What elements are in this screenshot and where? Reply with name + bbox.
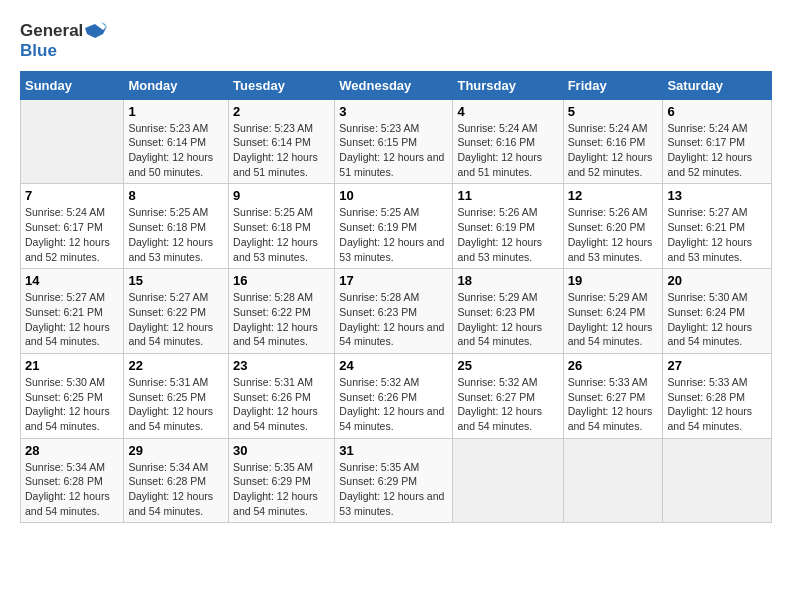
calendar-week-row: 14Sunrise: 5:27 AMSunset: 6:21 PMDayligh… bbox=[21, 269, 772, 354]
cell-date-number: 13 bbox=[667, 188, 767, 203]
cell-date-number: 4 bbox=[457, 104, 558, 119]
cell-sun-info: Sunrise: 5:27 AMSunset: 6:21 PMDaylight:… bbox=[25, 290, 119, 349]
calendar-week-row: 21Sunrise: 5:30 AMSunset: 6:25 PMDayligh… bbox=[21, 353, 772, 438]
cell-date-number: 20 bbox=[667, 273, 767, 288]
cell-sun-info: Sunrise: 5:29 AMSunset: 6:24 PMDaylight:… bbox=[568, 290, 659, 349]
cell-date-number: 26 bbox=[568, 358, 659, 373]
cell-sun-info: Sunrise: 5:24 AMSunset: 6:17 PMDaylight:… bbox=[667, 121, 767, 180]
cell-date-number: 18 bbox=[457, 273, 558, 288]
calendar-cell: 7Sunrise: 5:24 AMSunset: 6:17 PMDaylight… bbox=[21, 184, 124, 269]
cell-date-number: 3 bbox=[339, 104, 448, 119]
calendar-cell: 25Sunrise: 5:32 AMSunset: 6:27 PMDayligh… bbox=[453, 353, 563, 438]
calendar-day-header: Friday bbox=[563, 71, 663, 99]
cell-sun-info: Sunrise: 5:25 AMSunset: 6:18 PMDaylight:… bbox=[233, 205, 330, 264]
calendar-cell: 3Sunrise: 5:23 AMSunset: 6:15 PMDaylight… bbox=[335, 99, 453, 184]
cell-sun-info: Sunrise: 5:24 AMSunset: 6:16 PMDaylight:… bbox=[457, 121, 558, 180]
cell-date-number: 11 bbox=[457, 188, 558, 203]
cell-sun-info: Sunrise: 5:26 AMSunset: 6:19 PMDaylight:… bbox=[457, 205, 558, 264]
cell-date-number: 28 bbox=[25, 443, 119, 458]
calendar-cell: 12Sunrise: 5:26 AMSunset: 6:20 PMDayligh… bbox=[563, 184, 663, 269]
cell-sun-info: Sunrise: 5:28 AMSunset: 6:22 PMDaylight:… bbox=[233, 290, 330, 349]
calendar-week-row: 7Sunrise: 5:24 AMSunset: 6:17 PMDaylight… bbox=[21, 184, 772, 269]
cell-sun-info: Sunrise: 5:34 AMSunset: 6:28 PMDaylight:… bbox=[128, 460, 224, 519]
cell-sun-info: Sunrise: 5:23 AMSunset: 6:14 PMDaylight:… bbox=[233, 121, 330, 180]
cell-sun-info: Sunrise: 5:33 AMSunset: 6:27 PMDaylight:… bbox=[568, 375, 659, 434]
cell-date-number: 2 bbox=[233, 104, 330, 119]
logo-bird-icon bbox=[85, 20, 107, 42]
calendar-cell bbox=[453, 438, 563, 523]
calendar-cell: 20Sunrise: 5:30 AMSunset: 6:24 PMDayligh… bbox=[663, 269, 772, 354]
calendar-cell bbox=[21, 99, 124, 184]
calendar-cell: 15Sunrise: 5:27 AMSunset: 6:22 PMDayligh… bbox=[124, 269, 229, 354]
calendar-day-header: Sunday bbox=[21, 71, 124, 99]
cell-sun-info: Sunrise: 5:25 AMSunset: 6:19 PMDaylight:… bbox=[339, 205, 448, 264]
calendar-cell: 6Sunrise: 5:24 AMSunset: 6:17 PMDaylight… bbox=[663, 99, 772, 184]
cell-date-number: 16 bbox=[233, 273, 330, 288]
svg-marker-0 bbox=[85, 24, 107, 38]
calendar-cell: 9Sunrise: 5:25 AMSunset: 6:18 PMDaylight… bbox=[229, 184, 335, 269]
cell-sun-info: Sunrise: 5:28 AMSunset: 6:23 PMDaylight:… bbox=[339, 290, 448, 349]
cell-date-number: 23 bbox=[233, 358, 330, 373]
cell-date-number: 8 bbox=[128, 188, 224, 203]
cell-sun-info: Sunrise: 5:35 AMSunset: 6:29 PMDaylight:… bbox=[339, 460, 448, 519]
calendar-cell bbox=[563, 438, 663, 523]
cell-date-number: 29 bbox=[128, 443, 224, 458]
calendar-week-row: 1Sunrise: 5:23 AMSunset: 6:14 PMDaylight… bbox=[21, 99, 772, 184]
cell-sun-info: Sunrise: 5:27 AMSunset: 6:21 PMDaylight:… bbox=[667, 205, 767, 264]
calendar-day-header: Tuesday bbox=[229, 71, 335, 99]
cell-date-number: 17 bbox=[339, 273, 448, 288]
cell-date-number: 30 bbox=[233, 443, 330, 458]
calendar-table: SundayMondayTuesdayWednesdayThursdayFrid… bbox=[20, 71, 772, 524]
cell-sun-info: Sunrise: 5:26 AMSunset: 6:20 PMDaylight:… bbox=[568, 205, 659, 264]
cell-date-number: 14 bbox=[25, 273, 119, 288]
cell-date-number: 19 bbox=[568, 273, 659, 288]
cell-sun-info: Sunrise: 5:33 AMSunset: 6:28 PMDaylight:… bbox=[667, 375, 767, 434]
cell-sun-info: Sunrise: 5:23 AMSunset: 6:15 PMDaylight:… bbox=[339, 121, 448, 180]
calendar-cell: 26Sunrise: 5:33 AMSunset: 6:27 PMDayligh… bbox=[563, 353, 663, 438]
cell-date-number: 1 bbox=[128, 104, 224, 119]
calendar-cell: 17Sunrise: 5:28 AMSunset: 6:23 PMDayligh… bbox=[335, 269, 453, 354]
cell-sun-info: Sunrise: 5:31 AMSunset: 6:26 PMDaylight:… bbox=[233, 375, 330, 434]
cell-sun-info: Sunrise: 5:32 AMSunset: 6:27 PMDaylight:… bbox=[457, 375, 558, 434]
calendar-cell: 8Sunrise: 5:25 AMSunset: 6:18 PMDaylight… bbox=[124, 184, 229, 269]
cell-sun-info: Sunrise: 5:31 AMSunset: 6:25 PMDaylight:… bbox=[128, 375, 224, 434]
cell-date-number: 12 bbox=[568, 188, 659, 203]
calendar-day-header: Thursday bbox=[453, 71, 563, 99]
calendar-cell: 24Sunrise: 5:32 AMSunset: 6:26 PMDayligh… bbox=[335, 353, 453, 438]
calendar-cell: 4Sunrise: 5:24 AMSunset: 6:16 PMDaylight… bbox=[453, 99, 563, 184]
cell-date-number: 27 bbox=[667, 358, 767, 373]
cell-sun-info: Sunrise: 5:24 AMSunset: 6:17 PMDaylight:… bbox=[25, 205, 119, 264]
cell-date-number: 21 bbox=[25, 358, 119, 373]
cell-date-number: 5 bbox=[568, 104, 659, 119]
cell-date-number: 31 bbox=[339, 443, 448, 458]
cell-sun-info: Sunrise: 5:27 AMSunset: 6:22 PMDaylight:… bbox=[128, 290, 224, 349]
logo: General Blue bbox=[20, 20, 107, 61]
calendar-cell: 21Sunrise: 5:30 AMSunset: 6:25 PMDayligh… bbox=[21, 353, 124, 438]
calendar-cell: 22Sunrise: 5:31 AMSunset: 6:25 PMDayligh… bbox=[124, 353, 229, 438]
header: General Blue bbox=[20, 20, 772, 61]
cell-date-number: 15 bbox=[128, 273, 224, 288]
calendar-cell: 14Sunrise: 5:27 AMSunset: 6:21 PMDayligh… bbox=[21, 269, 124, 354]
calendar-day-header: Wednesday bbox=[335, 71, 453, 99]
calendar-cell: 5Sunrise: 5:24 AMSunset: 6:16 PMDaylight… bbox=[563, 99, 663, 184]
calendar-day-header: Monday bbox=[124, 71, 229, 99]
calendar-cell: 10Sunrise: 5:25 AMSunset: 6:19 PMDayligh… bbox=[335, 184, 453, 269]
cell-sun-info: Sunrise: 5:34 AMSunset: 6:28 PMDaylight:… bbox=[25, 460, 119, 519]
calendar-cell: 31Sunrise: 5:35 AMSunset: 6:29 PMDayligh… bbox=[335, 438, 453, 523]
calendar-cell: 29Sunrise: 5:34 AMSunset: 6:28 PMDayligh… bbox=[124, 438, 229, 523]
cell-sun-info: Sunrise: 5:35 AMSunset: 6:29 PMDaylight:… bbox=[233, 460, 330, 519]
cell-date-number: 7 bbox=[25, 188, 119, 203]
cell-sun-info: Sunrise: 5:29 AMSunset: 6:23 PMDaylight:… bbox=[457, 290, 558, 349]
calendar-cell: 1Sunrise: 5:23 AMSunset: 6:14 PMDaylight… bbox=[124, 99, 229, 184]
cell-sun-info: Sunrise: 5:30 AMSunset: 6:25 PMDaylight:… bbox=[25, 375, 119, 434]
calendar-week-row: 28Sunrise: 5:34 AMSunset: 6:28 PMDayligh… bbox=[21, 438, 772, 523]
cell-date-number: 25 bbox=[457, 358, 558, 373]
cell-sun-info: Sunrise: 5:25 AMSunset: 6:18 PMDaylight:… bbox=[128, 205, 224, 264]
cell-sun-info: Sunrise: 5:30 AMSunset: 6:24 PMDaylight:… bbox=[667, 290, 767, 349]
cell-date-number: 24 bbox=[339, 358, 448, 373]
calendar-day-header: Saturday bbox=[663, 71, 772, 99]
logo-text: General Blue bbox=[20, 20, 107, 61]
cell-date-number: 6 bbox=[667, 104, 767, 119]
calendar-cell bbox=[663, 438, 772, 523]
cell-date-number: 10 bbox=[339, 188, 448, 203]
